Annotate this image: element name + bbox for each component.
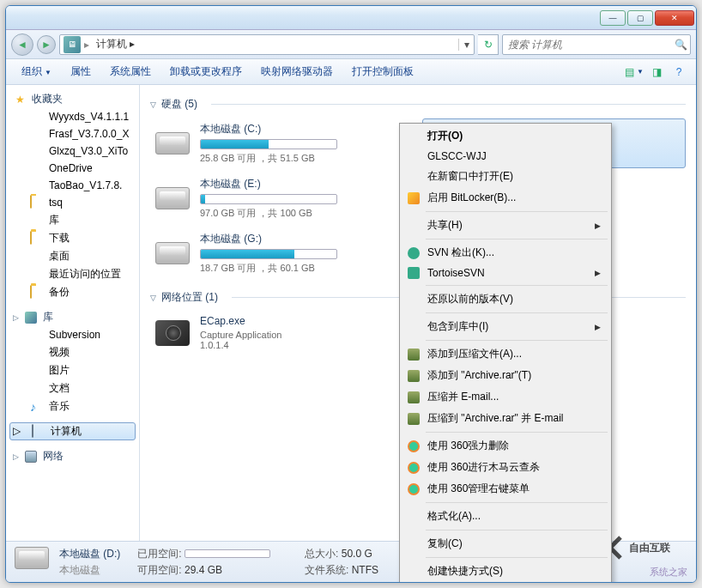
ctx-item-21[interactable]: 使用 360管理右键菜单 bbox=[402, 478, 609, 500]
breadcrumb-separator: ▸ bbox=[84, 39, 89, 51]
drives-group-header[interactable]: ▽硬盘 (5) bbox=[150, 97, 686, 112]
ctx-item-label: 格式化(A)... bbox=[427, 509, 481, 524]
uninstall-button[interactable]: 卸载或更改程序 bbox=[161, 61, 251, 82]
submenu-arrow-icon: ▶ bbox=[595, 221, 601, 230]
ctx-separator bbox=[426, 340, 608, 341]
tort-icon bbox=[408, 267, 420, 279]
open-control-panel-button[interactable]: 打开控制面板 bbox=[343, 61, 422, 82]
map-network-drive-button[interactable]: 映射网络驱动器 bbox=[252, 61, 342, 82]
ctx-item-12[interactable]: 包含到库中(I)▶ bbox=[402, 316, 609, 337]
ctx-separator bbox=[426, 530, 608, 530]
address-dropdown[interactable]: ▾ bbox=[458, 39, 474, 51]
ctx-separator bbox=[426, 285, 608, 286]
status-free-label: 可用空间: bbox=[137, 564, 181, 576]
ctx-item-2[interactable]: 在新窗口中打开(E) bbox=[402, 166, 609, 187]
shield-icon bbox=[408, 192, 420, 204]
sidebar-item-label: 库 bbox=[49, 213, 59, 227]
sidebar-item-fav-7[interactable]: 下载 bbox=[9, 229, 136, 247]
i360-icon bbox=[408, 462, 420, 474]
sidebar-item-fav-6[interactable]: 库 bbox=[9, 211, 136, 229]
search-box[interactable]: 🔍 bbox=[502, 34, 691, 55]
library-icon bbox=[25, 312, 37, 324]
sidebar-item-fav-4[interactable]: TaoBao_V1.7.8. bbox=[9, 177, 136, 194]
ctx-item-16[interactable]: 压缩并 E-mail... bbox=[402, 386, 609, 408]
ctx-item-20[interactable]: 使用 360进行木马云查杀 bbox=[402, 457, 609, 478]
ctx-item-19[interactable]: 使用 360强力删除 bbox=[402, 435, 609, 457]
favorites-header[interactable]: ★ 收藏夹 bbox=[9, 90, 136, 108]
properties-button[interactable]: 属性 bbox=[62, 61, 100, 82]
minimize-button[interactable]: — bbox=[600, 10, 626, 26]
forward-button[interactable]: ► bbox=[37, 35, 56, 54]
sidebar-item-label: tsq bbox=[49, 197, 63, 209]
ctx-item-5[interactable]: 共享(H)▶ bbox=[402, 215, 609, 236]
ctx-separator bbox=[426, 239, 608, 239]
ctx-item-14[interactable]: 添加到压缩文件(A)... bbox=[402, 343, 609, 365]
status-type: 本地磁盘 bbox=[59, 563, 120, 578]
system-properties-button[interactable]: 系统属性 bbox=[101, 61, 160, 82]
ctx-item-17[interactable]: 压缩到 "Archive.rar" 并 E-mail bbox=[402, 408, 609, 429]
sidebar-item-fav-10[interactable]: 备份 bbox=[9, 283, 136, 301]
ctx-item-label: GLSCC-WJJ bbox=[427, 150, 487, 162]
sidebar-item-computer[interactable]: ▷ 计算机 bbox=[9, 422, 136, 440]
status-fs-value: NTFS bbox=[352, 564, 378, 576]
ctx-item-0[interactable]: 打开(O) bbox=[402, 125, 609, 147]
drive-subtitle: 25.8 GB 可用 ，共 51.5 GB bbox=[200, 152, 410, 165]
sidebar-item-fav-8[interactable]: 桌面 bbox=[9, 247, 136, 265]
sidebar-item-fav-5[interactable]: tsq bbox=[9, 194, 136, 211]
sidebar-item-fav-1[interactable]: Frasf_V3.7.0.0_X bbox=[9, 125, 136, 142]
network-group: ▷ 网络 bbox=[6, 447, 139, 465]
libraries-group: ▷ 库 Subversion视频图片文档♪音乐 bbox=[6, 308, 139, 415]
libraries-header[interactable]: ▷ 库 bbox=[9, 308, 136, 326]
sidebar-item-fav-3[interactable]: OneDrive bbox=[9, 160, 136, 177]
drive-subtitle: 18.7 GB 可用 ，共 60.1 GB bbox=[200, 262, 410, 275]
computer-icon bbox=[32, 424, 33, 438]
ctx-item-23[interactable]: 格式化(A)... bbox=[402, 506, 609, 527]
ctx-item-label: 复制(C) bbox=[427, 536, 463, 551]
sidebar-item-lib-1[interactable]: 视频 bbox=[9, 343, 136, 361]
ctx-item-27[interactable]: 创建快捷方式(S) bbox=[402, 561, 609, 582]
status-fs-label: 文件系统: bbox=[305, 564, 348, 576]
sidebar-item-lib-3[interactable]: 文档 bbox=[9, 379, 136, 397]
sidebar-item-lib-0[interactable]: Subversion bbox=[9, 326, 136, 343]
sidebar-item-lib-4[interactable]: ♪音乐 bbox=[9, 397, 136, 415]
sidebar-item-label: Wyyxds_V4.1.1.1 bbox=[49, 111, 129, 123]
ctx-item-3[interactable]: 启用 BitLocker(B)... bbox=[402, 187, 609, 209]
ctx-item-1[interactable]: GLSCC-WJJ bbox=[402, 147, 609, 166]
sidebar-item-fav-2[interactable]: Glxzq_V3.0_XiTo bbox=[9, 142, 136, 160]
sidebar-item-label: 音乐 bbox=[49, 399, 70, 414]
drive-2[interactable]: 本地磁盘 (E:) 97.0 GB 可用 ，共 100 GB bbox=[150, 173, 414, 223]
sidebar-item-fav-0[interactable]: Wyyxds_V4.1.1.1 bbox=[9, 108, 136, 125]
refresh-button[interactable]: ↻ bbox=[478, 34, 499, 55]
ctx-item-8[interactable]: TortoiseSVN▶ bbox=[402, 264, 609, 282]
network-header[interactable]: ▷ 网络 bbox=[9, 447, 136, 465]
view-button[interactable]: ▤▼ bbox=[624, 63, 645, 82]
address-bar[interactable]: 🖥 ▸ 计算机 ▸ ▾ bbox=[59, 34, 475, 55]
submenu-arrow-icon: ▶ bbox=[595, 323, 601, 331]
context-menu: 打开(O)GLSCC-WJJ在新窗口中打开(E)启用 BitLocker(B).… bbox=[399, 123, 612, 583]
ctx-separator bbox=[426, 211, 608, 212]
ctx-item-7[interactable]: SVN 检出(K)... bbox=[402, 242, 609, 264]
toolbar: 组织▼ 属性 系统属性 卸载或更改程序 映射网络驱动器 打开控制面板 ▤▼ ◨ … bbox=[6, 59, 696, 85]
ctx-item-28[interactable]: 重命名(M) bbox=[402, 582, 609, 583]
status-used-label: 已用空间: bbox=[137, 548, 181, 560]
sidebar-item-lib-2[interactable]: 图片 bbox=[9, 361, 136, 379]
close-button[interactable]: ✕ bbox=[655, 10, 694, 26]
drive-name: 本地磁盘 (E:) bbox=[200, 177, 410, 191]
sidebar-item-label: 视频 bbox=[49, 345, 70, 360]
ctx-item-15[interactable]: 添加到 "Archive.rar"(T) bbox=[402, 365, 609, 386]
organize-button[interactable]: 组织▼ bbox=[13, 61, 60, 82]
maximize-button[interactable]: ▢ bbox=[627, 10, 653, 26]
drive-0[interactable]: 本地磁盘 (C:) 25.8 GB 可用 ，共 51.5 GB bbox=[150, 118, 414, 168]
ctx-item-10[interactable]: 还原以前的版本(V) bbox=[402, 288, 609, 310]
sidebar-item-fav-9[interactable]: 最近访问的位置 bbox=[9, 265, 136, 283]
sidebar-item-label: 文档 bbox=[49, 381, 70, 396]
ctx-separator bbox=[426, 502, 608, 503]
search-input[interactable] bbox=[503, 39, 671, 51]
rar2-icon bbox=[408, 349, 420, 361]
ctx-item-25[interactable]: 复制(C) bbox=[402, 533, 609, 555]
help-button[interactable]: ? bbox=[669, 63, 689, 82]
rar2-icon bbox=[408, 370, 420, 382]
preview-pane-button[interactable]: ◨ bbox=[646, 63, 667, 82]
back-button[interactable]: ◄ bbox=[11, 33, 33, 56]
drive-4[interactable]: 本地磁盘 (G:) 18.7 GB 可用 ，共 60.1 GB bbox=[150, 228, 414, 278]
